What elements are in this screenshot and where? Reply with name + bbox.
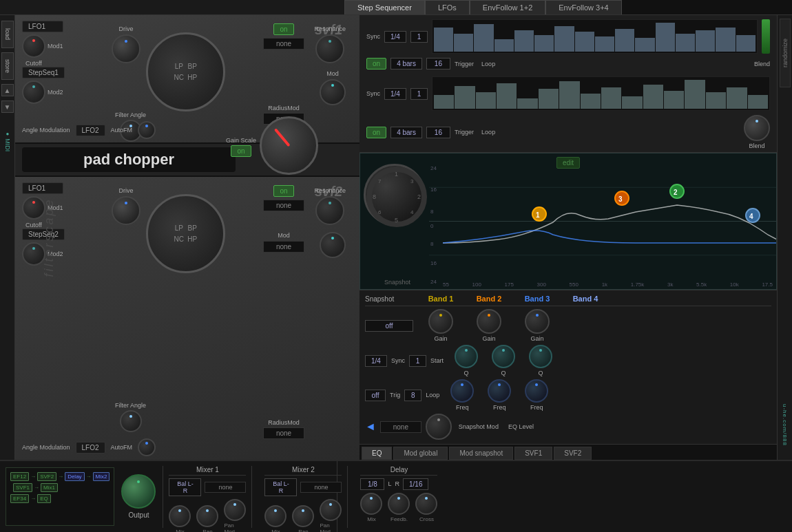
output-knob[interactable] (121, 474, 156, 509)
down-button[interactable]: ▼ (1, 100, 14, 113)
delay-cross-label: Cross (419, 516, 434, 522)
off2-val[interactable]: off (365, 390, 386, 401)
store-button[interactable]: store (1, 52, 14, 80)
autofm-knob[interactable] (138, 121, 156, 139)
start-val[interactable]: 1 (409, 355, 426, 367)
tab-env-follow-12[interactable]: EnvFollow 1+2 (470, 0, 545, 14)
mixer1-none[interactable]: none (205, 482, 246, 493)
snapshot-off-box[interactable]: off (365, 320, 413, 332)
delay-val2[interactable]: 1/16 (403, 478, 428, 490)
mixer1-mix-knob[interactable] (169, 505, 191, 527)
tab-lfos[interactable]: LFOs (425, 0, 470, 14)
mod1-knob[interactable] (22, 34, 45, 58)
eq-level-label: EQ Level (508, 423, 534, 430)
svf2-lfo2-label: LFO2 (76, 442, 105, 454)
band2-freq-knob[interactable] (488, 379, 511, 403)
svf2-mod-none[interactable]: none (263, 241, 304, 253)
mixer2-panmod-knob[interactable] (320, 499, 342, 521)
eq-level-knob[interactable] (426, 414, 452, 440)
seq1-on-btn[interactable]: on (366, 58, 386, 70)
sf-svf2: SVF2 (37, 472, 56, 481)
gain-scale-on[interactable]: on (231, 145, 251, 157)
drive-knob[interactable] (112, 34, 140, 63)
seq1-loop-label: Loop (481, 61, 495, 67)
svf2-filter-angle-knob[interactable] (120, 410, 142, 432)
band3-freq-knob[interactable] (525, 379, 548, 403)
eq-display: edit 8 2 1 5 7 3 6 (359, 153, 777, 290)
tab-env-follow-34[interactable]: EnvFollow 3+4 (545, 0, 621, 14)
rotary-ticks: 8 2 1 5 7 3 6 4 (366, 166, 428, 228)
band3-q-knob[interactable] (529, 345, 552, 368)
mixer1-pan-knob[interactable] (196, 505, 218, 527)
svf1-mod-knob[interactable] (320, 79, 346, 105)
band2-q-knob[interactable] (492, 345, 515, 368)
svf1-none-box[interactable]: none (263, 38, 304, 50)
snapshot-mod-label: Snapshot Mod (459, 423, 499, 430)
delay-val1[interactable]: 1/8 (360, 478, 384, 490)
up-button[interactable]: ▲ (1, 84, 14, 96)
svf2-resonance-knob[interactable] (315, 196, 344, 225)
band1-q-knob[interactable] (455, 345, 478, 368)
svf2-radius-none[interactable]: none (263, 427, 304, 439)
band2-gain-label: Gain (482, 335, 495, 342)
mixer1-pan-label: Pan (202, 529, 212, 533)
mixer1-panmod-knob[interactable] (224, 499, 246, 521)
band3-gain-knob[interactable] (525, 309, 550, 334)
resonance-knob[interactable] (315, 34, 344, 63)
load-button[interactable]: load (1, 21, 14, 48)
svf2-mod-knob[interactable] (320, 232, 346, 258)
svf2-drive-knob[interactable] (112, 196, 140, 225)
band2-gain-knob[interactable] (477, 309, 501, 334)
svf2-lfo1-label: LFO1 (22, 182, 63, 194)
tab-mod-snapshot[interactable]: Mod snapshot (449, 447, 513, 460)
delay-cross-knob[interactable] (415, 493, 437, 515)
mod2-knob[interactable] (22, 81, 45, 104)
main-rotary-knob[interactable]: 8 2 1 5 7 3 6 4 (364, 164, 426, 226)
delay-mix-knob[interactable] (360, 493, 382, 515)
band2-header: Band 2 (468, 295, 510, 303)
seq2-sync-value[interactable]: 1/4 (384, 88, 406, 100)
delay-feedb-knob[interactable] (388, 493, 410, 515)
randomize-button[interactable]: randomize (780, 19, 791, 87)
sync-val[interactable]: 1/4 (365, 355, 387, 367)
blend-knob[interactable] (744, 115, 770, 141)
snapshot-none-box[interactable]: none (380, 421, 421, 433)
seq1-value1[interactable]: 1 (410, 31, 428, 43)
drive-label: Drive (118, 25, 133, 32)
stepseq1-label: StepSeq1 (22, 67, 65, 78)
svg-text:7: 7 (378, 178, 382, 184)
svf2-mod-label: Mod (278, 232, 290, 239)
svf2-none-box[interactable]: none (263, 200, 304, 211)
tab-svf1[interactable]: SVF1 (514, 447, 552, 460)
trig-val[interactable]: 8 (404, 390, 421, 401)
seq2-value1[interactable]: 1 (410, 88, 428, 100)
tab-step-sequencer[interactable]: Step Sequencer (344, 0, 425, 14)
mixer2-mix-knob[interactable] (264, 505, 286, 527)
svf2-filter-circle: LP BP NC HP (146, 194, 225, 273)
tab-eq[interactable]: EQ (362, 447, 392, 460)
svf2-autofm-knob[interactable] (138, 438, 156, 456)
mixer2-pan-knob[interactable] (292, 505, 314, 527)
svg-text:5: 5 (395, 217, 398, 224)
svf1-on-button[interactable]: on (273, 23, 293, 35)
lfo1-label: LFO1 (22, 21, 63, 32)
band1-gain-knob[interactable] (428, 309, 453, 334)
gain-scale-knob[interactable] (260, 116, 318, 175)
band1-freq-knob[interactable] (450, 379, 474, 403)
svf2-on-button[interactable]: on (273, 185, 293, 197)
tab-mod-global[interactable]: Mod global (393, 447, 448, 460)
seq1-loop[interactable]: 16 (426, 58, 450, 70)
tab-svf2[interactable]: SVF2 (554, 447, 592, 460)
seq1-sync-value[interactable]: 1/4 (384, 31, 406, 43)
mixer2-bal-lr[interactable]: Bal L-R (264, 478, 297, 496)
seq2-loop[interactable]: 16 (426, 127, 450, 138)
snapshot-arrow-left[interactable]: ◄ (365, 421, 376, 433)
mixer2-none[interactable]: none (300, 482, 342, 493)
midi-button[interactable]: ● MIDI (4, 131, 11, 151)
mixer1-bal-lr[interactable]: Bal L-R (169, 478, 201, 496)
seq2-on-btn[interactable]: on (366, 127, 386, 138)
seq2-bars[interactable]: 4 bars (390, 127, 422, 138)
seq1-bars[interactable]: 4 bars (390, 58, 422, 70)
band3-gain-label: Gain (530, 335, 543, 342)
sf-delay: Delay (65, 472, 84, 481)
